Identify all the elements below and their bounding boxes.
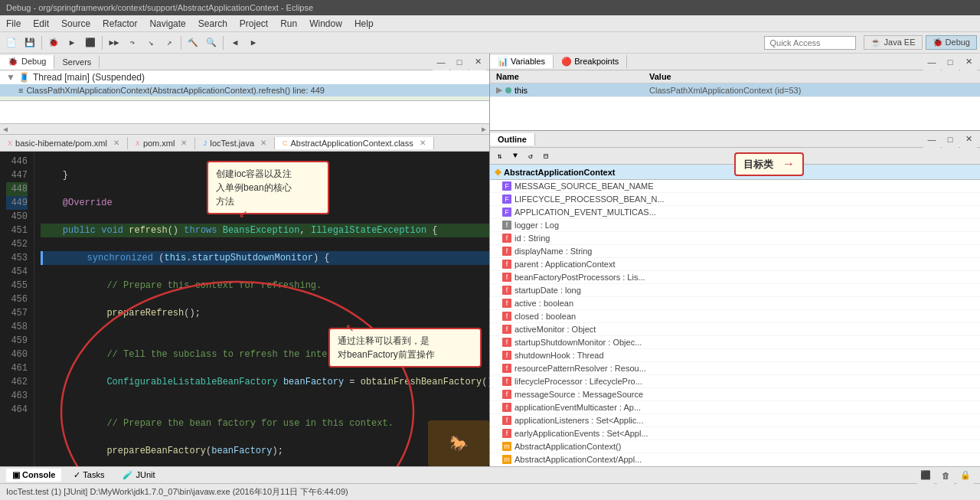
outline-item-17[interactable]: f applicationEventMulticaster : Ap... bbox=[490, 401, 980, 414]
outline-item-1[interactable]: F LIFECYCLE_PROCESSOR_BEAN_N... bbox=[490, 193, 980, 206]
close-var-btn[interactable]: ✕ bbox=[960, 54, 977, 70]
save-btn[interactable]: 💾 bbox=[21, 34, 38, 51]
menu-navigate[interactable]: Navigate bbox=[143, 17, 191, 31]
var-row-this[interactable]: ▶ this ClassPathXmlApplicationContext (i… bbox=[490, 83, 980, 97]
build-btn[interactable]: 🔨 bbox=[185, 34, 201, 51]
variables-panel: 📊 Variables 🔴 Breakpoints — □ ✕ Name Val… bbox=[490, 54, 980, 131]
filter-btn[interactable]: ▼ bbox=[508, 149, 522, 163]
run-btn[interactable]: ▶ bbox=[64, 34, 80, 51]
outline-item-19[interactable]: f earlyApplicationEvents : Set<Appl... bbox=[490, 427, 980, 440]
stack-frame[interactable]: ≡ ClassPathXmlApplicationContext(Abstrac… bbox=[0, 84, 489, 96]
sync-btn[interactable]: ↺ bbox=[524, 149, 537, 163]
outline-item-8[interactable]: f startupDate : long bbox=[490, 284, 980, 297]
tasks-tab[interactable]: ✓ Tasks bbox=[67, 469, 110, 482]
var-label-this: this bbox=[514, 86, 528, 95]
ln-462: 462 bbox=[6, 375, 28, 389]
outline-item-12[interactable]: f startupShutdownMonitor : Objec... bbox=[490, 336, 980, 349]
java-ee-perspective[interactable]: ☕ Java EE bbox=[864, 35, 922, 50]
sort-btn[interactable]: ⇅ bbox=[493, 149, 507, 163]
outline-item-13[interactable]: f shutdownHook : Thread bbox=[490, 349, 980, 362]
console-tab[interactable]: ▣ Console bbox=[6, 469, 61, 482]
minimize-debug-btn[interactable]: — bbox=[433, 54, 449, 70]
outline-item-6[interactable]: f parent : ApplicationContext bbox=[490, 258, 980, 271]
outline-item-2[interactable]: F APPLICATION_EVENT_MULTICAS... bbox=[490, 206, 980, 219]
outline-item-10[interactable]: f closed : boolean bbox=[490, 310, 980, 323]
right-panel: 📊 Variables 🔴 Breakpoints — □ ✕ Name Val… bbox=[490, 54, 980, 466]
minimize-outline-btn[interactable]: — bbox=[923, 131, 940, 148]
tab-abstract[interactable]: C AbstractApplicationContext.class ✕ bbox=[275, 137, 434, 149]
tab-pom-basic[interactable]: X basic-hibernate/pom.xml ✕ bbox=[0, 137, 128, 149]
menu-file[interactable]: File bbox=[0, 17, 27, 31]
maximize-var-btn[interactable]: □ bbox=[942, 54, 959, 70]
debug-perspective[interactable]: 🐞 Debug bbox=[926, 35, 977, 50]
maximize-outline-btn[interactable]: □ bbox=[942, 131, 959, 148]
menu-window[interactable]: Window bbox=[303, 17, 348, 31]
menu-help[interactable]: Help bbox=[348, 17, 380, 31]
variables-tab[interactable]: 📊 Variables bbox=[490, 55, 554, 68]
field-icon-9: f bbox=[502, 299, 511, 308]
minimize-var-btn[interactable]: — bbox=[923, 54, 940, 70]
tab-ioctest[interactable]: J IocTest.java ✕ bbox=[195, 137, 275, 149]
menu-run[interactable]: Run bbox=[274, 17, 303, 31]
title-bar: Debug - org/springframework/context/supp… bbox=[0, 0, 980, 15]
prev-btn[interactable]: ◀ bbox=[227, 34, 243, 51]
menu-refactor[interactable]: Refactor bbox=[96, 17, 143, 31]
resume-btn[interactable]: ▶▶ bbox=[106, 34, 122, 51]
scroll-left[interactable]: ◀ bbox=[3, 125, 8, 134]
var-value-this: ClassPathXmlApplicationContext (id=53) bbox=[646, 86, 977, 95]
outline-item-5[interactable]: f displayName : String bbox=[490, 245, 980, 258]
breakpoints-tab[interactable]: 🔴 Breakpoints bbox=[554, 55, 627, 68]
menu-search[interactable]: Search bbox=[192, 17, 234, 31]
perspective-buttons: ☕ Java EE 🐞 Debug bbox=[864, 35, 977, 50]
search-btn[interactable]: 🔍 bbox=[203, 34, 220, 51]
stack-icon: ≡ bbox=[18, 86, 23, 95]
outline-item-18[interactable]: f applicationListeners : Set<Applic... bbox=[490, 414, 980, 427]
ln-464: 464 bbox=[6, 403, 28, 417]
ln-453: 453 bbox=[6, 251, 28, 265]
thread-icon: 🧵 bbox=[18, 72, 30, 83]
tab-pom[interactable]: X pom.xml ✕ bbox=[128, 137, 196, 149]
outline-item-4[interactable]: f id : String bbox=[490, 232, 980, 245]
close-tab-ioctest[interactable]: ✕ bbox=[260, 139, 266, 147]
outline-item-14[interactable]: f resourcePatternResolver : Resou... bbox=[490, 362, 980, 375]
class-icon: ◈ bbox=[495, 167, 501, 177]
stop-console-btn[interactable]: ⬛ bbox=[917, 467, 934, 484]
debug-btn[interactable]: 🐞 bbox=[45, 34, 62, 51]
outline-item-21[interactable]: m AbstractApplicationContext/Appl... bbox=[490, 453, 980, 466]
menu-edit[interactable]: Edit bbox=[27, 17, 55, 31]
menu-source[interactable]: Source bbox=[55, 17, 96, 31]
outline-item-7[interactable]: f beanFactoryPostProcessors : Lis... bbox=[490, 271, 980, 284]
junit-tab[interactable]: 🧪 JUnit bbox=[116, 469, 161, 482]
collapse-btn[interactable]: ⊟ bbox=[539, 149, 553, 163]
outline-item-0[interactable]: F MESSAGE_SOURCE_BEAN_NAME bbox=[490, 180, 980, 193]
step-return-btn[interactable]: ↗ bbox=[161, 34, 178, 51]
new-btn[interactable]: 📄 bbox=[3, 34, 20, 51]
editor-content[interactable]: 创建ioc容器以及注入单例bean的核心方法 ↙ 通过注释可以看到，是对bean… bbox=[0, 152, 489, 466]
clear-console-btn[interactable]: 🗑 bbox=[937, 467, 954, 484]
menu-project[interactable]: Project bbox=[234, 17, 274, 31]
sep2 bbox=[102, 36, 103, 50]
stop-btn[interactable]: ⬛ bbox=[82, 34, 99, 51]
outline-item-3[interactable]: f logger : Log bbox=[490, 219, 980, 232]
outline-item-9[interactable]: f active : boolean bbox=[490, 297, 980, 310]
outline-tab[interactable]: Outline bbox=[490, 133, 535, 145]
debug-tab[interactable]: 🐞 Debug bbox=[0, 55, 54, 70]
outline-item-20[interactable]: m AbstractApplicationContext() bbox=[490, 440, 980, 453]
close-tab-pom-basic[interactable]: ✕ bbox=[113, 139, 119, 147]
scroll-lock-btn[interactable]: 🔒 bbox=[957, 467, 974, 484]
maximize-debug-btn[interactable]: □ bbox=[451, 54, 468, 70]
outline-item-11[interactable]: f activeMonitor : Object bbox=[490, 323, 980, 336]
close-debug-btn[interactable]: ✕ bbox=[469, 54, 486, 70]
servers-tab[interactable]: Servers bbox=[54, 56, 100, 68]
scroll-right[interactable]: ▶ bbox=[482, 125, 486, 134]
step-into-btn[interactable]: ↘ bbox=[142, 34, 159, 51]
quick-access-input[interactable] bbox=[764, 36, 856, 50]
close-tab-pom[interactable]: ✕ bbox=[181, 139, 187, 147]
outline-item-15[interactable]: f lifecycleProcessor : LifecyclePro... bbox=[490, 375, 980, 388]
field-icon-19: f bbox=[502, 429, 511, 438]
close-outline-btn[interactable]: ✕ bbox=[960, 131, 977, 148]
next-btn[interactable]: ▶ bbox=[245, 34, 262, 51]
step-over-btn[interactable]: ↷ bbox=[124, 34, 141, 51]
close-tab-abstract[interactable]: ✕ bbox=[420, 139, 426, 147]
outline-item-16[interactable]: f messageSource : MessageSource bbox=[490, 388, 980, 401]
